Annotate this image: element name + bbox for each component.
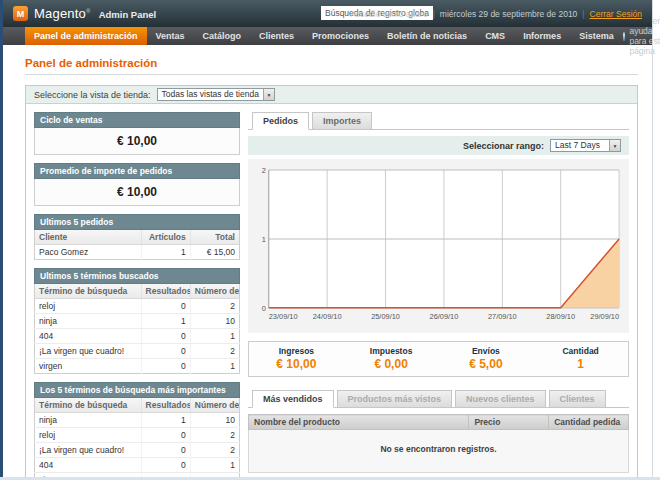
lifetime-sales-value: € 10,00 <box>34 128 240 155</box>
table-row[interactable]: virgen01 <box>35 359 240 374</box>
column-header: Número de usos <box>190 398 239 413</box>
cell: virgen <box>35 359 142 374</box>
orders-chart: 01223/09/1024/09/1025/09/1026/09/1027/09… <box>251 162 626 330</box>
average-orders-card: Promedio de importe de pedidos € 10,00 <box>34 163 240 206</box>
nav-items: Panel de administraciónVentasCatálogoCli… <box>25 27 623 45</box>
cell: 10 <box>190 413 239 428</box>
cell: 0 <box>141 329 190 344</box>
stat-label: Envíos <box>439 346 534 356</box>
range-select[interactable]: Last 7 Days ▼ <box>550 139 621 152</box>
table-row[interactable]: Paco Gomez1€ 15,00 <box>35 245 240 260</box>
store-view-select[interactable]: Todas las vistas de tienda ▼ <box>157 88 275 101</box>
help-link[interactable]: Obtener ayuda para esta página <box>623 27 660 45</box>
table-row[interactable]: ¡La virgen que cuadro!02 <box>35 443 240 458</box>
dashboard-right-column: Pedidos Importes Seleccionar rango: Last… <box>248 112 629 473</box>
cell: 1 <box>141 413 190 428</box>
column-header: Cliente <box>35 230 142 245</box>
header-bar: M Magento® Admin Panel Accedió como apar… <box>3 0 652 27</box>
cell: 1 <box>141 314 190 329</box>
top-search-terms-card: Los 5 términos de búsqueda más important… <box>34 382 240 480</box>
svg-text:26/09/10: 26/09/10 <box>430 312 459 321</box>
tab-clientes[interactable]: Clientes <box>549 390 606 408</box>
stat-cantidad: Cantidad1 <box>533 346 628 371</box>
svg-text:25/09/10: 25/09/10 <box>371 312 400 321</box>
cell: ninja <box>35 413 142 428</box>
table-row[interactable]: ¡La virgen que cuadro!02 <box>35 344 240 359</box>
table-row[interactable]: reloj02 <box>35 428 240 443</box>
svg-text:27/09/10: 27/09/10 <box>488 312 517 321</box>
dashboard-columns: Ciclo de ventas € 10,00 Promedio de impo… <box>26 104 637 480</box>
cell: ninja <box>35 314 142 329</box>
stat-impuestos: Impuestos€ 0,00 <box>344 346 439 371</box>
card-title: Ultimos 5 términos buscados <box>34 268 240 284</box>
nav-item-cms[interactable]: CMS <box>476 27 514 45</box>
main-nav: Panel de administraciónVentasCatálogoCli… <box>3 27 652 45</box>
separator: | <box>433 9 435 19</box>
column-header: Término de búsqueda <box>35 398 142 413</box>
svg-text:0: 0 <box>262 304 266 313</box>
nav-item-sistema[interactable]: Sistema <box>570 27 623 45</box>
tab-m-s-vendidos[interactable]: Más vendidos <box>252 390 334 408</box>
cell: 2 <box>190 299 239 314</box>
nav-item-bolet-n-de-noticias[interactable]: Boletín de noticias <box>378 27 476 45</box>
table-row[interactable]: reloj02 <box>35 299 240 314</box>
average-orders-value: € 10,00 <box>34 179 240 206</box>
tab-nuevos-clientes[interactable]: Nuevos clientes <box>455 390 546 408</box>
last-orders-card: Ultimos 5 pedidos Cliente Artículos Tota… <box>34 214 240 260</box>
stat-label: Impuestos <box>344 346 439 356</box>
cell: 404 <box>35 458 142 473</box>
content-area: Panel de administración Seleccione la vi… <box>3 45 652 480</box>
stat-label: Cantidad <box>533 346 628 356</box>
nav-item-cat-logo[interactable]: Catálogo <box>194 27 251 45</box>
nav-item-clientes[interactable]: Clientes <box>250 27 303 45</box>
column-header: Número de usos <box>190 284 239 299</box>
stat-value: € 5,00 <box>439 357 534 371</box>
svg-text:24/09/10: 24/09/10 <box>313 312 342 321</box>
cell: reloj <box>35 428 142 443</box>
window-left-border <box>0 0 3 480</box>
nav-item-informes[interactable]: Informes <box>514 27 570 45</box>
page: M Magento® Admin Panel Accedió como apar… <box>3 0 652 480</box>
stat-value: € 0,00 <box>344 357 439 371</box>
cell: 0 <box>141 359 190 374</box>
nav-item-ventas[interactable]: Ventas <box>147 27 194 45</box>
dashboard-container: Seleccione la vista de tienda: Todas las… <box>25 85 638 480</box>
svg-text:2: 2 <box>262 166 266 175</box>
store-view-bar: Seleccione la vista de tienda: Todas las… <box>26 86 637 104</box>
cell: 0 <box>141 443 190 458</box>
cell: 2 <box>190 344 239 359</box>
tab-pedidos[interactable]: Pedidos <box>252 112 309 130</box>
nav-item-panel-de-administraci-n[interactable]: Panel de administración <box>25 27 147 45</box>
lifetime-sales-card: Ciclo de ventas € 10,00 <box>34 112 240 155</box>
store-view-label: Seleccione la vista de tienda: <box>34 90 151 100</box>
empty-row: No se encontraron registros. <box>249 430 629 473</box>
column-header: Resultados <box>141 398 190 413</box>
tab-importes[interactable]: Importes <box>312 112 372 130</box>
table-row[interactable]: 40401 <box>35 329 240 344</box>
nav-item-promociones[interactable]: Promociones <box>303 27 378 45</box>
cell: 1 <box>190 458 239 473</box>
brand-text: Magento <box>34 6 86 21</box>
column-header: Total <box>190 230 239 245</box>
top-search-terms-table: Término de búsqueda Resultados Número de… <box>34 398 240 480</box>
separator: | <box>582 9 584 19</box>
magento-logo: M Magento® Admin Panel <box>13 6 156 21</box>
column-header: Precio <box>469 415 549 430</box>
range-bar: Seleccionar rango: Last 7 Days ▼ <box>248 136 629 155</box>
stat-value: € 10,00 <box>249 357 344 371</box>
table-row[interactable]: ninja110 <box>35 413 240 428</box>
cell: 0 <box>141 299 190 314</box>
column-header: Artículos <box>141 230 190 245</box>
brand-name: Magento® <box>34 6 91 21</box>
cell: 10 <box>190 314 239 329</box>
tab-productos-m-s-vistos[interactable]: Productos más vistos <box>337 390 453 408</box>
table-row[interactable]: ninja110 <box>35 314 240 329</box>
bottom-tabs: Más vendidosProductos más vistosNuevos c… <box>248 390 629 408</box>
column-header: Nombre del producto <box>249 415 469 430</box>
svg-text:23/09/10: 23/09/10 <box>269 312 298 321</box>
logout-link[interactable]: Cerrar Sesión <box>590 9 642 19</box>
stat-ingresos: Ingresos€ 10,00 <box>249 346 344 371</box>
cell: 0 <box>141 458 190 473</box>
logged-in-as: Accedió como aparo <box>350 9 428 19</box>
table-row[interactable]: 40401 <box>35 458 240 473</box>
